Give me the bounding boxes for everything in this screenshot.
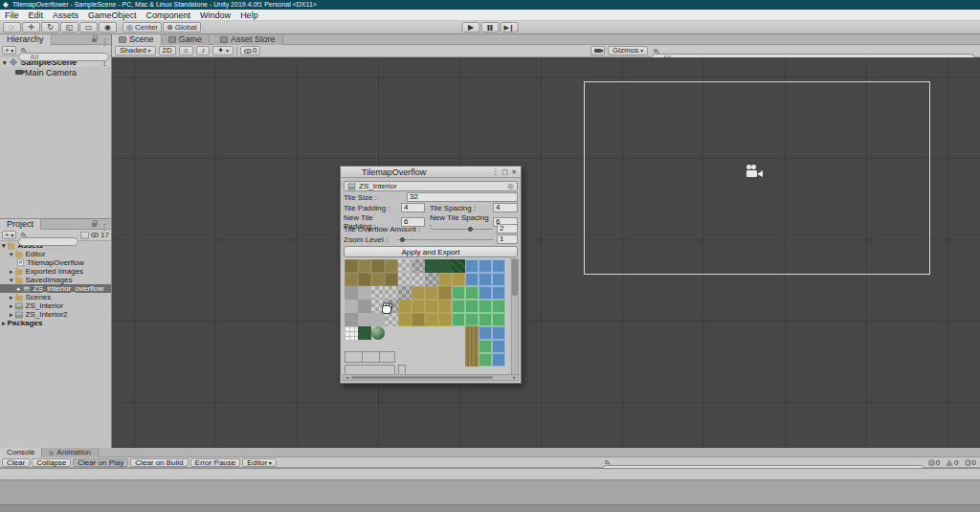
palette-tile[interactable]: [465, 300, 479, 313]
palette-tile[interactable]: [425, 273, 438, 286]
project-create-button[interactable]: +: [2, 231, 16, 239]
editor-dropdown-button[interactable]: Editor: [242, 458, 277, 467]
expand-arrow-icon[interactable]: [17, 284, 21, 293]
palette-tile[interactable]: [358, 300, 371, 313]
project-row-savedimages[interactable]: SavedImages: [0, 276, 111, 284]
expand-arrow-icon[interactable]: [2, 241, 6, 250]
project-row-packages[interactable]: Packages: [0, 319, 111, 327]
space-toggle-button[interactable]: ⊕Global: [163, 22, 201, 33]
tab-hierarchy[interactable]: Hierarchy: [0, 34, 52, 45]
step-button[interactable]: ▶❙: [501, 22, 519, 33]
palette-tile[interactable]: [345, 313, 358, 326]
palette-tile[interactable]: [425, 286, 438, 300]
menu-window[interactable]: Window: [195, 10, 235, 20]
palette-tile[interactable]: [438, 259, 452, 273]
palette-tile[interactable]: [492, 353, 505, 367]
palette-tile[interactable]: [412, 313, 425, 326]
palette-tile[interactable]: [371, 326, 385, 340]
palette-tile[interactable]: [412, 286, 425, 300]
palette-tile[interactable]: [371, 286, 385, 300]
rect-tool-button[interactable]: ▭: [79, 22, 98, 33]
palette-tile[interactable]: [345, 300, 358, 313]
close-icon[interactable]: [511, 167, 517, 177]
palette-horizontal-scrollbar[interactable]: [343, 374, 519, 381]
palette-tile[interactable]: [465, 326, 479, 340]
palette-tile[interactable]: [492, 326, 505, 340]
palette-tile[interactable]: [398, 300, 412, 313]
palette-tile[interactable]: [385, 273, 398, 286]
palette-tile[interactable]: [479, 353, 492, 367]
palette-tile[interactable]: [345, 286, 358, 300]
search-by-type-icon[interactable]: [80, 232, 89, 239]
hierarchy-row-main-camera[interactable]: Main Camera: [0, 67, 111, 78]
maximize-icon[interactable]: [502, 167, 509, 177]
effects-dropdown[interactable]: ✦: [212, 46, 234, 56]
menu-file[interactable]: File: [0, 10, 24, 20]
error-pause-button[interactable]: Error Pause: [190, 458, 241, 467]
zoom-level-field[interactable]: 1: [497, 234, 518, 244]
palette-tile[interactable]: [345, 326, 358, 340]
error-count[interactable]: 0: [965, 458, 976, 467]
apply-and-export-button[interactable]: Apply and Export: [344, 246, 518, 257]
tab-animation[interactable]: Animation: [42, 448, 99, 457]
palette-tile[interactable]: [452, 300, 465, 313]
hierarchy-search-input[interactable]: [18, 53, 109, 61]
scrollbar-thumb[interactable]: [512, 259, 518, 296]
expand-arrow-icon[interactable]: [10, 301, 13, 310]
palette-tile[interactable]: [492, 286, 505, 300]
palette-tile[interactable]: [438, 273, 452, 286]
scene-search[interactable]: [651, 47, 975, 56]
palette-tile[interactable]: [371, 313, 385, 326]
expand-arrow-icon[interactable]: [10, 276, 13, 284]
tile-overflow-field[interactable]: 2: [497, 224, 518, 234]
palette-tile[interactable]: [465, 273, 479, 286]
expand-arrow-icon[interactable]: [10, 267, 13, 276]
project-row-zs-interior2[interactable]: ZS_Interior2: [0, 310, 111, 319]
move-tool-button[interactable]: ✛: [22, 22, 40, 33]
palette-tile[interactable]: [479, 259, 492, 273]
menu-component[interactable]: Component: [142, 10, 196, 20]
tab-console[interactable]: Console: [0, 448, 42, 457]
palette-tile[interactable]: [385, 286, 398, 300]
object-picker-icon[interactable]: [507, 182, 514, 190]
menu-help[interactable]: Help: [235, 10, 263, 20]
scale-tool-button[interactable]: ◱: [60, 22, 78, 33]
scene-viewport[interactable]: [112, 57, 980, 448]
scroll-left-arrow-icon[interactable]: [344, 375, 350, 380]
hand-tool-button[interactable]: ☞: [3, 22, 21, 33]
clear-button[interactable]: Clear: [2, 458, 30, 467]
project-search[interactable]: [18, 231, 78, 239]
palette-tile[interactable]: [452, 313, 465, 326]
project-row-zs-interior[interactable]: ZS_Interior: [0, 301, 111, 310]
palette-tile[interactable]: [479, 340, 492, 353]
tile-padding-field[interactable]: 4: [401, 203, 425, 212]
tab-scene[interactable]: Scene: [112, 34, 162, 45]
palette-tile[interactable]: [345, 273, 358, 286]
tab-project[interactable]: Project: [0, 219, 41, 230]
lighting-toggle-button[interactable]: ☼: [179, 46, 193, 56]
2d-toggle-button[interactable]: 2D: [159, 46, 176, 56]
scene-camera-settings-button[interactable]: [590, 46, 605, 56]
audio-toggle-button[interactable]: ♪: [196, 46, 210, 56]
palette-tile[interactable]: [358, 326, 371, 340]
palette-tile[interactable]: [479, 313, 492, 326]
palette-tile[interactable]: [358, 273, 371, 286]
tile-spacing-field[interactable]: 4: [493, 203, 518, 212]
palette-tile[interactable]: [492, 313, 505, 326]
palette-tile[interactable]: [479, 326, 492, 340]
scrollbar-thumb[interactable]: [351, 376, 493, 379]
gizmos-dropdown[interactable]: Gizmos: [608, 46, 648, 56]
shading-mode-dropdown[interactable]: Shaded: [115, 46, 156, 56]
palette-tile[interactable]: [479, 300, 492, 313]
scroll-right-arrow-icon[interactable]: [511, 375, 518, 380]
palette-tile[interactable]: [492, 340, 505, 353]
project-row-zs-interior-overflow[interactable]: ZS_Interior_overflow: [0, 284, 111, 293]
palette-tile[interactable]: [398, 273, 412, 286]
palette-tile[interactable]: [412, 259, 425, 273]
palette-vertical-scrollbar[interactable]: [511, 258, 519, 376]
palette-tile[interactable]: [465, 340, 479, 353]
palette-tile[interactable]: [425, 300, 438, 313]
expand-arrow-icon[interactable]: [10, 293, 13, 301]
expand-arrow-icon[interactable]: [3, 57, 7, 67]
pivot-toggle-button[interactable]: ◎Center: [122, 22, 162, 33]
